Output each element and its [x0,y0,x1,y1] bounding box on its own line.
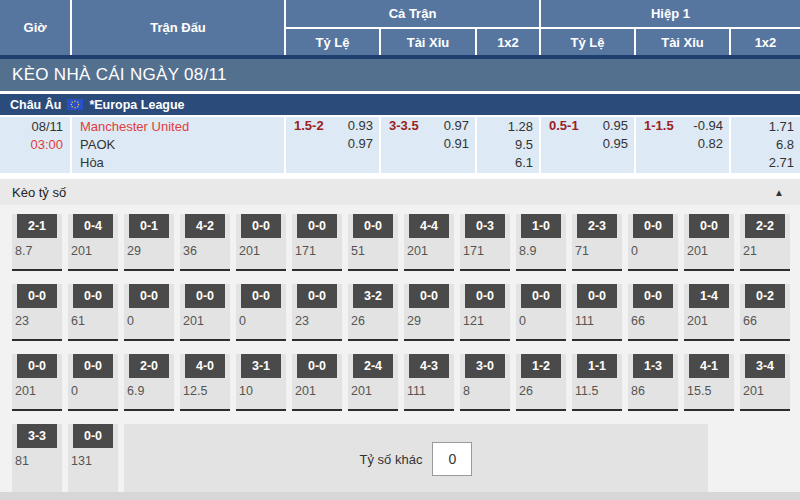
score-odds-cell[interactable]: 1-386 [628,354,678,411]
header-group-full-match: Cả Trận [286,0,539,27]
score-odds-cell[interactable]: 1-111.5 [572,354,622,411]
score-odds-cell[interactable]: 0-00 [68,354,118,411]
half-over-odds[interactable]: -0.94 [693,117,723,135]
score-odds-value: 86 [628,384,678,398]
score-odds-cell[interactable]: 4-115.5 [684,354,734,411]
score-odds-cell[interactable]: 0-061 [68,284,118,341]
score-grid: 2-18.70-42010-1294-2360-02010-01710-0514… [0,205,800,496]
match-date: 08/11 [0,118,63,136]
score-odds-cell[interactable]: 0-051 [348,214,398,271]
score-odds-value: 36 [180,244,230,258]
score-odds-value: 8.7 [12,244,62,258]
score-odds-value: 0 [236,314,286,328]
score-odds-value: 71 [572,244,622,258]
score-odds-cell[interactable]: 3-4201 [740,354,790,411]
score-label: 0-0 [73,284,113,308]
full-handicap-cell[interactable]: 1.5-2 0.93 0.97 [286,117,379,173]
score-odds-cell[interactable]: 0-0201 [292,354,342,411]
header-col-time: Giờ [0,0,70,55]
correct-score-header-bar[interactable]: Kèo tỷ số ▲ [0,179,800,205]
match-kickoff-time: 03:00 [0,136,63,154]
score-odds-value: 66 [740,314,790,328]
full-1x2-away[interactable]: 6.1 [477,154,533,172]
score-label: 4-0 [185,354,225,378]
half-handicap-away-odds[interactable]: 0.95 [603,135,628,153]
score-odds-cell[interactable]: 1-226 [516,354,566,411]
score-odds-cell[interactable]: 2-4201 [348,354,398,411]
score-label: 0-0 [129,284,169,308]
other-score-input[interactable]: 0 [432,442,472,476]
score-row: 3-3810-0131 Tỷ số khác 0 [12,424,800,496]
score-odds-cell[interactable]: 1-08.9 [516,214,566,271]
full-over-odds[interactable]: 0.97 [444,117,469,135]
footer-strip [0,492,800,500]
half-under-odds[interactable]: 0.82 [693,135,723,153]
score-odds-cell[interactable]: 0-023 [12,284,62,341]
full-handicap-line: 1.5-2 [294,117,324,173]
score-odds-cell[interactable]: 4-236 [180,214,230,271]
score-odds-cell[interactable]: 4-012.5 [180,354,230,411]
league-bar[interactable]: Châu Âu *Europa League [0,94,800,115]
full-1x2-draw[interactable]: 9.5 [477,136,533,154]
score-odds-value: 201 [684,314,734,328]
score-odds-cell[interactable]: 3-110 [236,354,286,411]
score-odds-cell[interactable]: 0-0201 [684,214,734,271]
score-odds-cell[interactable]: 0-0201 [236,214,286,271]
collapse-arrow-icon[interactable]: ▲ [774,187,784,198]
score-odds-cell[interactable]: 0-4201 [68,214,118,271]
score-odds-cell[interactable]: 0-00 [516,284,566,341]
score-odds-cell[interactable]: 3-226 [348,284,398,341]
score-odds-cell[interactable]: 3-381 [12,424,62,496]
score-odds-cell[interactable]: 0-00 [628,214,678,271]
score-odds-cell[interactable]: 0-0201 [12,354,62,411]
league-name: *Europa League [89,98,184,112]
half-handicap-home-odds[interactable]: 0.95 [603,117,628,135]
full-handicap-home-odds[interactable]: 0.93 [348,117,373,135]
score-label: 0-0 [73,354,113,378]
score-odds-cell[interactable]: 0-023 [292,284,342,341]
score-odds-cell[interactable]: 0-266 [740,284,790,341]
score-odds-cell[interactable]: 0-029 [404,284,454,341]
half-handicap-cell[interactable]: 0.5-1 0.95 0.95 [541,117,634,173]
score-label: 0-0 [185,284,225,308]
half-1x2-cell[interactable]: 1.71 6.8 2.71 [731,117,800,173]
score-odds-cell[interactable]: 4-3111 [404,354,454,411]
score-odds-cell[interactable]: 2-371 [572,214,622,271]
score-odds-cell[interactable]: 0-129 [124,214,174,271]
score-odds-cell[interactable]: 2-221 [740,214,790,271]
score-label: 0-0 [73,424,113,448]
score-label: 3-1 [241,354,281,378]
score-odds-cell[interactable]: 0-00 [236,284,286,341]
score-odds-cell[interactable]: 0-0121 [460,284,510,341]
half-1x2-home[interactable]: 1.71 [731,118,794,136]
score-odds-value: 8.9 [516,244,566,258]
full-1x2-cell[interactable]: 1.28 9.5 6.1 [477,117,539,173]
score-label: 0-0 [409,284,449,308]
score-odds-cell[interactable]: 3-08 [460,354,510,411]
score-odds-cell[interactable]: 1-4201 [684,284,734,341]
other-score-cell: Tỷ số khác 0 [124,424,708,496]
score-odds-cell[interactable]: 0-3171 [460,214,510,271]
half-1x2-draw[interactable]: 6.8 [731,136,794,154]
score-label: 2-0 [129,354,169,378]
full-handicap-away-odds[interactable]: 0.97 [348,135,373,153]
score-odds-value: 121 [460,314,510,328]
date-banner: KÈO NHÀ CÁI NGÀY 08/11 [0,59,800,91]
score-odds-cell[interactable]: 0-0171 [292,214,342,271]
score-odds-cell[interactable]: 2-18.7 [12,214,62,271]
score-odds-cell[interactable]: 4-4201 [404,214,454,271]
score-odds-value: 201 [180,314,230,328]
score-odds-cell[interactable]: 0-00 [124,284,174,341]
score-odds-value: 131 [68,454,118,468]
full-overunder-cell[interactable]: 3-3.5 0.97 0.91 [381,117,475,173]
score-odds-value: 26 [348,314,398,328]
half-overunder-cell[interactable]: 1-1.5 -0.94 0.82 [636,117,729,173]
score-odds-cell[interactable]: 0-066 [628,284,678,341]
score-odds-cell[interactable]: 2-06.9 [124,354,174,411]
score-odds-cell[interactable]: 0-0131 [68,424,118,496]
score-odds-cell[interactable]: 0-0111 [572,284,622,341]
score-odds-cell[interactable]: 0-0201 [180,284,230,341]
full-1x2-home[interactable]: 1.28 [477,118,533,136]
half-1x2-away[interactable]: 2.71 [731,154,794,172]
full-under-odds[interactable]: 0.91 [444,135,469,153]
